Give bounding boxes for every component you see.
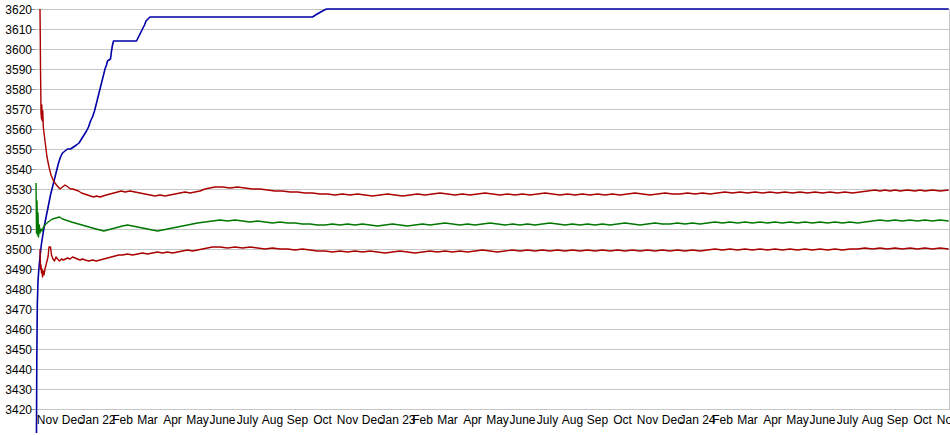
x-month-label: July <box>537 413 558 427</box>
x-month-label: Nov <box>337 413 358 427</box>
x-month-label: Mar <box>737 413 758 427</box>
y-tick-label: 3450 <box>5 343 32 357</box>
y-tick-label: 3600 <box>5 43 32 57</box>
x-month-label: Sep <box>287 413 309 427</box>
x-month-label: May <box>186 413 209 427</box>
y-tick-label: 3500 <box>5 243 32 257</box>
x-month-label: July <box>837 413 858 427</box>
y-tick-label: 3610 <box>5 23 32 37</box>
y-tick-label: 3420 <box>5 403 32 417</box>
y-tick-label: 3490 <box>5 263 32 277</box>
x-month-label: Nov <box>37 413 58 427</box>
x-month-label: June <box>509 413 535 427</box>
y-tick-label: 3520 <box>5 203 32 217</box>
y-tick-label: 3430 <box>5 383 32 397</box>
x-month-label: Aug <box>562 413 583 427</box>
x-month-label: Mar <box>437 413 458 427</box>
x-month-label: Sep <box>887 413 909 427</box>
x-month-label: Mar <box>137 413 158 427</box>
x-month-label: May <box>786 413 809 427</box>
y-tick-label: 3460 <box>5 323 32 337</box>
x-month-label: July <box>237 413 258 427</box>
y-tick-label: 3620 <box>5 3 32 17</box>
y-tick-label: 3470 <box>5 303 32 317</box>
x-month-label: Oct <box>913 413 932 427</box>
y-tick-label: 3590 <box>5 63 32 77</box>
x-month-label: Nov <box>637 413 658 427</box>
x-month-label: June <box>809 413 835 427</box>
x-month-label: May <box>486 413 509 427</box>
series-red-lower-line <box>40 247 949 277</box>
x-month-label: Feb <box>712 413 733 427</box>
y-tick-label: 3440 <box>5 363 32 377</box>
y-tick-label: 3550 <box>5 143 32 157</box>
x-month-label: Feb <box>112 413 133 427</box>
x-month-label: Apr <box>163 413 182 427</box>
rating-history-chart: 3620361036003590358035703560355035403530… <box>0 0 950 435</box>
x-month-label: Sep <box>587 413 609 427</box>
y-tick-label: 3570 <box>5 103 32 117</box>
x-month-label: Nov <box>937 413 950 427</box>
x-month-label: Oct <box>313 413 332 427</box>
x-month-label: Aug <box>862 413 883 427</box>
x-month-label: Oct <box>613 413 632 427</box>
y-tick-label: 3530 <box>5 183 32 197</box>
x-month-label: Feb <box>412 413 433 427</box>
series-red-upper-line <box>40 9 949 197</box>
y-tick-label: 3510 <box>5 223 32 237</box>
x-month-label: Aug <box>262 413 283 427</box>
x-month-label: June <box>209 413 235 427</box>
y-tick-label: 3480 <box>5 283 32 297</box>
y-tick-label: 3540 <box>5 163 32 177</box>
x-month-label: Apr <box>463 413 482 427</box>
x-month-label: Apr <box>763 413 782 427</box>
x-month-label: Jan 22 <box>79 413 115 427</box>
y-tick-label: 3580 <box>5 83 32 97</box>
x-month-label: Jan 24 <box>679 413 715 427</box>
chart-canvas: 3620361036003590358035703560355035403530… <box>0 0 950 435</box>
x-month-label: Jan 23 <box>379 413 415 427</box>
y-tick-label: 3560 <box>5 123 32 137</box>
